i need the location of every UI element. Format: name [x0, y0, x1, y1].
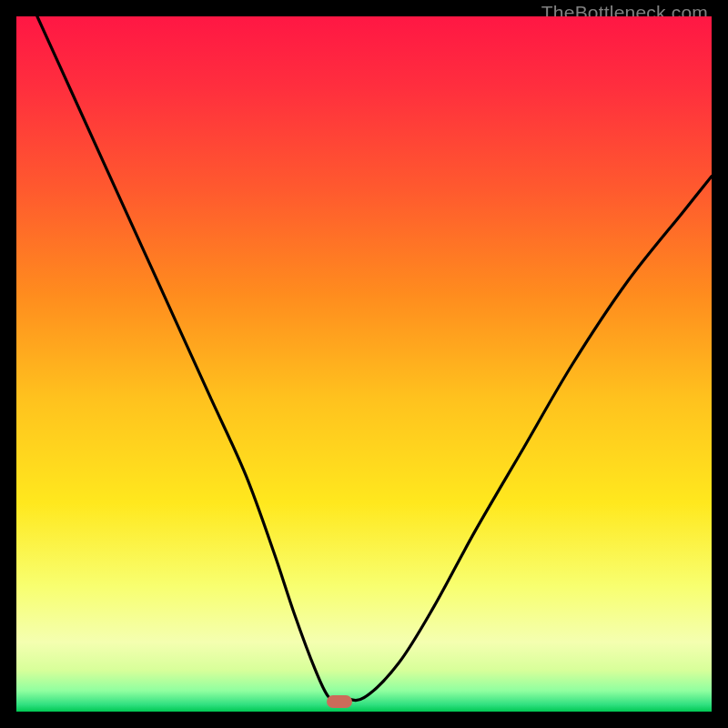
optimum-marker — [327, 695, 352, 708]
bottleneck-chart — [16, 16, 712, 712]
chart-frame — [16, 16, 712, 712]
gradient-background — [16, 16, 712, 712]
